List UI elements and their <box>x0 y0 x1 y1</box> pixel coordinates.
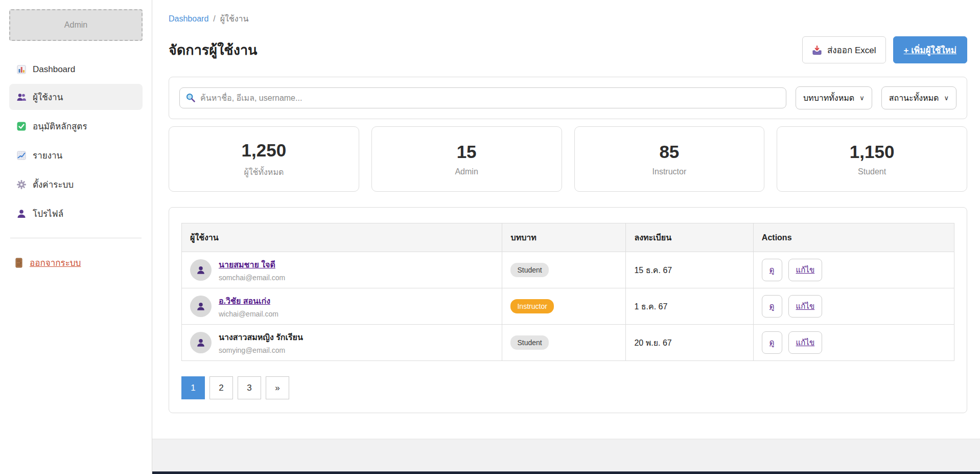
sidebar-item-label: Dashboard <box>33 64 75 75</box>
registered-date: 1 ธ.ค. 67 <box>626 288 753 325</box>
row-actions: ดู แก้ไข <box>762 259 946 281</box>
search-input[interactable] <box>179 87 786 108</box>
stat-label: Instructor <box>652 167 687 176</box>
pagination: 1 2 3 » <box>181 376 954 399</box>
avatar <box>190 332 212 353</box>
sidebar-item-users[interactable]: ผู้ใช้งาน <box>9 84 143 110</box>
chevron-down-icon: ∨ <box>944 94 949 102</box>
user-name: นางสาวสมหญิง รักเรียน <box>219 333 303 342</box>
sidebar-item-reports[interactable]: รายงาน <box>9 142 143 168</box>
role-badge-student: Student <box>510 335 548 350</box>
stat-label: ผู้ใช้ทั้งหมด <box>244 166 284 178</box>
view-button[interactable]: ดู <box>762 295 782 318</box>
gear-icon <box>16 179 27 190</box>
header-actions: ส่งออก Excel + เพิ่มผู้ใช้ใหม่ <box>802 36 967 63</box>
col-header-user: ผู้ใช้งาน <box>182 223 502 252</box>
col-header-role: บทบาท <box>502 223 626 252</box>
add-user-button[interactable]: + เพิ่มผู้ใช้ใหม่ <box>893 36 967 63</box>
page-button-3[interactable]: 3 <box>238 376 261 399</box>
col-header-actions: Actions <box>753 223 954 252</box>
table-row: นายสมชาย ใจดี somchai@email.com Student … <box>182 252 954 288</box>
page-button-2[interactable]: 2 <box>209 376 233 399</box>
breadcrumb-dashboard-link[interactable]: Dashboard <box>169 14 208 24</box>
user-cell: อ.วิชัย สอนเก่ง wichai@email.com <box>190 295 494 318</box>
role-filter-select[interactable]: บทบาททั้งหมด ∨ <box>796 86 872 109</box>
admin-brand-label: Admin <box>64 20 87 30</box>
table-row: อ.วิชัย สอนเก่ง wichai@email.com Instruc… <box>182 288 954 325</box>
door-icon <box>14 258 24 268</box>
sidebar-item-dashboard[interactable]: Dashboard <box>9 58 143 81</box>
check-icon <box>16 121 27 131</box>
sidebar-item-label: โปรไฟล์ <box>33 207 63 220</box>
sidebar-divider <box>10 238 142 238</box>
logout-label: ออกจากระบบ <box>30 256 81 269</box>
sidebar-item-profile[interactable]: โปรไฟล์ <box>9 200 143 227</box>
stat-label: Admin <box>455 167 478 176</box>
edit-button[interactable]: แก้ไข <box>788 295 823 318</box>
user-email: wichai@email.com <box>219 310 278 318</box>
search-icon <box>185 93 196 103</box>
stat-cards: 1,250 ผู้ใช้ทั้งหมด 15 Admin 85 Instruct… <box>169 126 967 192</box>
page-button-next[interactable]: » <box>266 376 289 399</box>
page-button-1[interactable]: 1 <box>181 376 205 399</box>
role-badge-student: Student <box>510 263 548 277</box>
view-button[interactable]: ดู <box>762 259 782 281</box>
page-header: จัดการผู้ใช้งาน ส่งออก Excel + เพิ่มผู้ใ… <box>169 36 967 63</box>
sidebar-item-label: อนุมัติหลักสูตร <box>33 119 87 133</box>
edit-button[interactable]: แก้ไข <box>788 331 823 354</box>
row-actions: ดู แก้ไข <box>762 331 946 354</box>
breadcrumb: Dashboard / ผู้ใช้งาน <box>169 12 967 25</box>
chevron-down-icon: ∨ <box>859 94 865 102</box>
breadcrumb-separator: / <box>213 14 215 24</box>
stat-card-instructor: 85 Instructor <box>574 126 765 192</box>
status-filter-value: สถานะทั้งหมด <box>889 92 939 104</box>
table-header-row: ผู้ใช้งาน บทบาท ลงทะเบียน Actions <box>182 223 954 252</box>
inbox-tray-icon <box>812 45 822 55</box>
filter-bar: บทบาททั้งหมด ∨ สถานะทั้งหมด ∨ <box>169 77 967 119</box>
breadcrumb-current: ผู้ใช้งาน <box>220 12 249 25</box>
user-cell: นางสาวสมหญิง รักเรียน somying@email.com <box>190 331 494 354</box>
stat-value: 15 <box>457 142 477 162</box>
user-name-link[interactable]: นายสมชาย ใจดี <box>219 260 275 269</box>
sidebar-item-label: ตั้งค่าระบบ <box>33 177 74 191</box>
user-email: somchai@email.com <box>219 274 285 282</box>
view-button[interactable]: ดู <box>762 331 782 354</box>
footer-strip <box>152 439 980 471</box>
person-icon <box>16 209 27 219</box>
role-badge-instructor: Instructor <box>510 299 553 313</box>
page-title: จัดการผู้ใช้งาน <box>169 39 258 61</box>
logout-link[interactable]: ออกจากระบบ <box>9 253 143 273</box>
status-filter-select[interactable]: สถานะทั้งหมด ∨ <box>881 86 956 109</box>
stat-label: Student <box>858 167 886 176</box>
user-name-link[interactable]: อ.วิชัย สอนเก่ง <box>219 297 270 305</box>
main-area: Dashboard / ผู้ใช้งาน จัดการผู้ใช้งาน ส่… <box>152 0 980 474</box>
export-excel-button[interactable]: ส่งออก Excel <box>802 36 886 63</box>
table-row: นางสาวสมหญิง รักเรียน somying@email.com … <box>182 325 954 361</box>
stat-value: 1,250 <box>242 140 287 161</box>
sidebar-nav: Dashboard ผู้ใช้งาน อนุมัติหลักสูตร รายง… <box>9 58 143 227</box>
sidebar: Admin Dashboard ผู้ใช้งาน อนุมัติหลักสูต… <box>0 0 152 474</box>
stat-value: 1,150 <box>850 142 895 162</box>
row-actions: ดู แก้ไข <box>762 295 946 318</box>
col-header-registered: ลงทะเบียน <box>626 223 753 252</box>
user-email: somying@email.com <box>219 346 303 354</box>
users-icon <box>16 92 27 102</box>
avatar <box>190 259 212 281</box>
chart-up-icon <box>16 150 27 161</box>
stat-card-admin: 15 Admin <box>371 126 562 192</box>
admin-brand-box: Admin <box>9 9 143 41</box>
stat-card-student: 1,150 Student <box>777 126 967 192</box>
role-filter-value: บทบาททั้งหมด <box>803 92 854 104</box>
registered-date: 15 ธ.ค. 67 <box>626 252 753 288</box>
stat-value: 85 <box>659 142 679 162</box>
edit-button[interactable]: แก้ไข <box>788 259 823 281</box>
stat-card-total-users: 1,250 ผู้ใช้ทั้งหมด <box>169 126 359 192</box>
user-cell: นายสมชาย ใจดี somchai@email.com <box>190 258 494 282</box>
users-table-card: ผู้ใช้งาน บทบาท ลงทะเบียน Actions <box>169 207 967 413</box>
bar-chart-icon <box>16 64 27 75</box>
sidebar-item-settings[interactable]: ตั้งค่าระบบ <box>9 171 143 197</box>
sidebar-item-label: รายงาน <box>33 148 62 162</box>
sidebar-item-course-approval[interactable]: อนุมัติหลักสูตร <box>9 113 143 139</box>
search-wrap <box>179 87 786 108</box>
add-user-label: + เพิ่มผู้ใช้ใหม่ <box>904 43 956 57</box>
